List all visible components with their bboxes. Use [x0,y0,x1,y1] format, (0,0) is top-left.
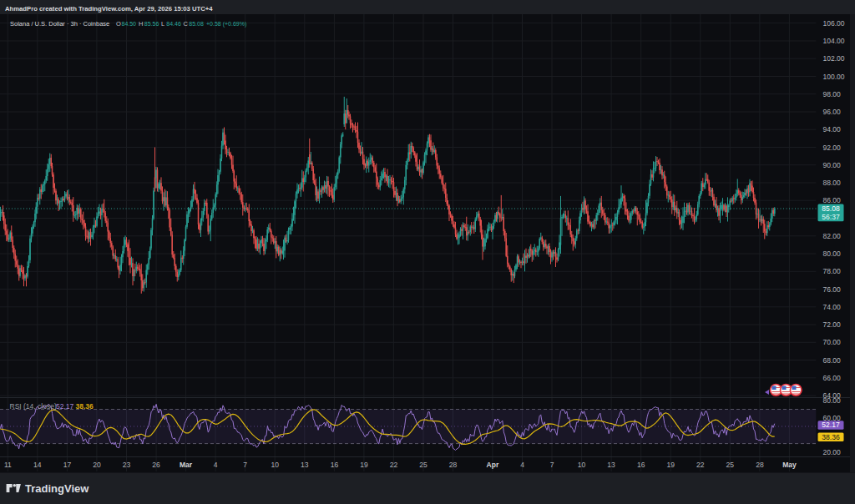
svg-text:85.08: 85.08 [189,21,204,27]
svg-text:20: 20 [93,461,101,469]
svg-text:L: L [161,20,164,28]
svg-text:H: H [139,20,143,28]
svg-text:28: 28 [449,461,458,469]
svg-text:4: 4 [214,461,218,469]
svg-text:85.56: 85.56 [144,21,159,27]
svg-text:56:37: 56:37 [822,213,840,221]
svg-text:76.00: 76.00 [823,285,842,294]
svg-text:RSI (14, close): RSI (14, close) [10,402,57,411]
svg-text:11: 11 [4,461,12,469]
svg-text:100.00: 100.00 [823,73,845,81]
svg-text:106.00: 106.00 [823,19,845,28]
svg-text:13: 13 [607,461,615,469]
svg-text:22: 22 [696,461,705,469]
svg-text:+0.58 (+0.69%): +0.58 (+0.69%) [206,21,246,28]
svg-text:52.17: 52.17 [822,421,840,429]
svg-text:28: 28 [756,461,764,469]
svg-text:22: 22 [390,461,398,469]
svg-text:92.00: 92.00 [823,144,842,152]
svg-text:70.00: 70.00 [823,338,842,346]
svg-text:16: 16 [331,461,339,469]
svg-text:82.00: 82.00 [823,232,842,240]
svg-text:26: 26 [152,461,160,469]
svg-text:78.00: 78.00 [823,267,842,275]
svg-text:C: C [184,20,189,28]
svg-text:25: 25 [419,461,428,469]
svg-text:80.00: 80.00 [823,249,842,258]
svg-text:25: 25 [726,461,735,469]
svg-text:52.17: 52.17 [56,402,74,411]
svg-text:88.00: 88.00 [823,179,842,187]
svg-text:17: 17 [63,461,72,469]
svg-text:72.00: 72.00 [823,320,842,329]
svg-text:90.00: 90.00 [823,161,842,169]
svg-text:74.00: 74.00 [823,303,842,311]
svg-text:AhmadPro created with TradingV: AhmadPro created with TradingView.com, A… [5,5,213,13]
svg-text:7: 7 [243,461,247,469]
svg-text:4: 4 [520,461,524,469]
svg-text:94.00: 94.00 [823,125,842,134]
svg-text:38.36: 38.36 [822,433,840,441]
svg-text:86.00: 86.00 [823,196,842,204]
svg-text:O: O [116,20,121,28]
svg-text:84.50: 84.50 [122,21,137,27]
svg-text:23: 23 [123,461,131,469]
svg-text:98.00: 98.00 [823,90,842,98]
svg-text:TradingView: TradingView [25,482,89,495]
svg-text:19: 19 [666,461,675,469]
svg-text:Apr: Apr [487,461,499,469]
svg-text:19: 19 [360,461,368,469]
svg-text:7: 7 [550,461,554,469]
svg-text:10: 10 [578,461,586,469]
svg-text:68.00: 68.00 [823,356,842,365]
svg-text:20.00: 20.00 [823,448,842,456]
svg-text:14: 14 [33,461,42,469]
svg-text:Solana / U.S. Dollar · 3h · Co: Solana / U.S. Dollar · 3h · Coinbase [10,20,109,28]
svg-text:38.36: 38.36 [76,402,94,411]
svg-text:Mar: Mar [180,461,193,469]
svg-text:10: 10 [271,461,279,469]
svg-text:16: 16 [637,461,645,469]
svg-text:80.00: 80.00 [823,396,842,405]
svg-text:104.00: 104.00 [823,37,845,45]
svg-text:66.00: 66.00 [823,374,842,382]
svg-text:May: May [782,461,797,469]
svg-text:102.00: 102.00 [823,54,845,63]
svg-text:13: 13 [301,461,309,469]
svg-text:84.46: 84.46 [166,21,181,27]
svg-text:96.00: 96.00 [823,108,842,116]
